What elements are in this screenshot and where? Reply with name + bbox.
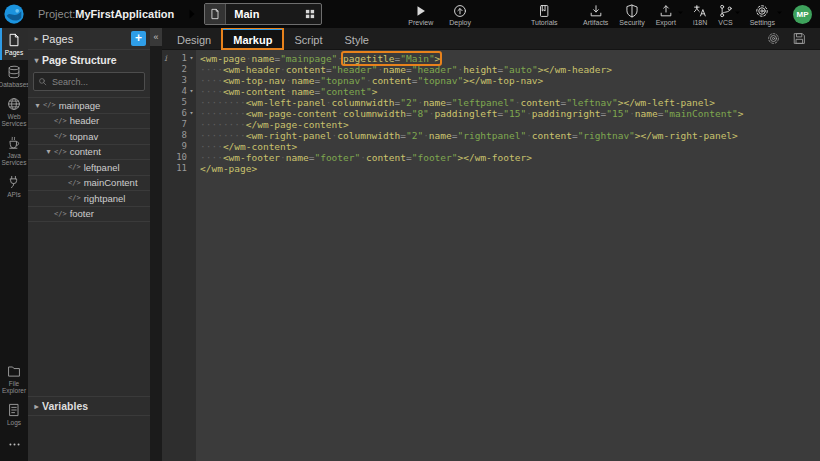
gutter: 10 — [162, 152, 196, 163]
tree-item-topnav[interactable]: </>topnav — [28, 129, 150, 145]
sidebar-item-web-services[interactable]: Web Services — [0, 92, 28, 131]
more-icon[interactable] — [0, 430, 28, 461]
fold-caret-icon[interactable]: ▾ — [187, 108, 196, 119]
tutorials-label: Tutorials — [531, 19, 558, 26]
code-line[interactable]: i1▾<wm-page·name="mainpage"·pagetitle="M… — [162, 53, 820, 64]
code-text: ····<wm-footer·name="footer"·content="fo… — [196, 152, 532, 163]
tree-item-content[interactable]: ▾</>content — [28, 145, 150, 161]
line-number: 8 — [169, 130, 187, 141]
fold-caret-icon[interactable]: ▾ — [187, 53, 196, 64]
code-line[interactable]: 3····<wm-top-nav·name="topnav"·content="… — [162, 75, 820, 86]
collapse-panel-button[interactable]: « — [150, 28, 162, 46]
settings-label: Settings — [750, 19, 775, 26]
caret-down-icon: ▾ — [31, 56, 42, 65]
search-box — [33, 72, 145, 91]
security-label: Security — [619, 19, 644, 26]
sidebar-item-label: Logs — [7, 419, 21, 426]
security-button[interactable]: Security — [619, 2, 644, 26]
i18n-button[interactable]: i18N — [693, 2, 707, 26]
deploy-button[interactable]: Deploy — [449, 2, 471, 26]
tree-item-leftpanel[interactable]: </>leftpanel — [28, 160, 150, 176]
gutter: 6▾ — [162, 108, 196, 119]
code-line[interactable]: 4▾····<wm-content·name="content"> — [162, 86, 820, 97]
chevron-right-icon — [188, 8, 196, 20]
pages-panel: ▸ Pages + ▾ Page Structure ▾</>mainpage<… — [28, 28, 150, 461]
page-structure-section[interactable]: ▾ Page Structure — [28, 50, 150, 70]
gutter: 4▾ — [162, 86, 196, 97]
code-line[interactable]: 6▾········<wm-page-content·columnwidth="… — [162, 108, 820, 119]
code-line[interactable]: 9····</wm-content> — [162, 141, 820, 152]
user-avatar[interactable]: MP — [793, 5, 812, 24]
gutter: i1▾ — [162, 53, 196, 64]
project-name: MyFirstApplication — [75, 8, 174, 20]
i18n-icon — [693, 4, 707, 18]
tab-design[interactable]: Design — [166, 28, 222, 49]
code-line[interactable]: 10····<wm-footer·name="footer"·content="… — [162, 152, 820, 163]
tree-item-rightpanel[interactable]: </>rightpanel — [28, 191, 150, 207]
artifacts-label: Artifacts — [583, 19, 608, 26]
tree-item-label: leftpanel — [84, 162, 120, 173]
sidebar-item-logs[interactable]: Logs — [0, 398, 28, 430]
sidebar-item-file-explorer[interactable]: File Explorer — [0, 359, 28, 398]
export-button[interactable]: Export — [656, 2, 676, 26]
settings-button[interactable]: Settings — [750, 2, 775, 26]
java-icon — [7, 136, 21, 150]
tree-item-mainContent[interactable]: </>mainContent — [28, 176, 150, 192]
gutter: 5 — [162, 97, 196, 108]
code-editor[interactable]: i1▾<wm-page·name="mainpage"·pagetitle="M… — [162, 50, 820, 461]
tab-style[interactable]: Style — [334, 28, 380, 49]
tab-script[interactable]: Script — [283, 28, 333, 49]
line-number: 10 — [169, 152, 187, 163]
wavemaker-logo-icon[interactable] — [0, 0, 28, 28]
tree-item-footer[interactable]: </>footer — [28, 207, 150, 223]
code-line[interactable]: 2····<wm-header·content="header"·name="h… — [162, 64, 820, 75]
code-line[interactable]: 8········<wm-right-panel·columnwidth="2"… — [162, 130, 820, 141]
sidebar-item-pages[interactable]: Pages — [0, 28, 28, 60]
top-bar: Project:MyFirstApplication Main PreviewD… — [0, 0, 820, 28]
logs-icon — [7, 403, 21, 417]
tree-item-label: mainpage — [59, 100, 101, 111]
caret-down-icon[interactable]: ▾ — [43, 147, 54, 156]
i18n-label: i18N — [693, 19, 707, 26]
tree-item-label: footer — [70, 208, 94, 219]
gutter: 9 — [162, 141, 196, 152]
code-text: </wm-page> — [196, 163, 257, 174]
line-number: 9 — [169, 141, 187, 152]
artifacts-button[interactable]: Artifacts — [583, 2, 608, 26]
grid-icon[interactable] — [299, 8, 321, 20]
line-number: 7 — [169, 119, 187, 130]
fold-caret-icon[interactable]: ▾ — [187, 86, 196, 97]
code-text: ····<wm-content·name="content"> — [196, 86, 377, 97]
sidebar-item-apis[interactable]: APIs — [0, 170, 28, 202]
code-line[interactable]: 7········</wm-page-content> — [162, 119, 820, 130]
project-label: Project: — [38, 8, 75, 20]
tree-item-mainpage[interactable]: ▾</>mainpage — [28, 98, 150, 114]
tutorials-button[interactable]: Tutorials — [531, 2, 558, 26]
preview-button[interactable]: Preview — [408, 2, 433, 26]
line-number: 4 — [169, 86, 187, 97]
markup-gear-icon[interactable] — [767, 32, 780, 45]
sidebar-item-label: Java Services — [0, 152, 28, 166]
save-icon[interactable] — [793, 32, 806, 45]
line-number: 3 — [169, 75, 187, 86]
code-text: ····<wm-top-nav·name="topnav"·content="t… — [196, 75, 543, 86]
widget-code-icon: </> — [68, 194, 81, 202]
code-line[interactable]: 5········<wm-left-panel·columnwidth="2"·… — [162, 97, 820, 108]
code-line[interactable]: 11</wm-page> — [162, 163, 820, 174]
tree-item-header[interactable]: </>header — [28, 114, 150, 130]
search-input[interactable] — [50, 76, 140, 88]
search-icon — [38, 77, 47, 86]
sidebar-item-label: Pages — [5, 49, 23, 56]
variables-section[interactable]: ▸ Variables — [28, 396, 150, 416]
page-tab-main[interactable]: Main — [204, 3, 322, 25]
add-page-button[interactable]: + — [131, 31, 146, 46]
sidebar-item-databases[interactable]: Databases — [0, 60, 28, 92]
chevron-down-icon — [776, 10, 783, 16]
gutter: 7 — [162, 119, 196, 130]
sidebar-item-java-services[interactable]: Java Services — [0, 131, 28, 170]
vcs-button[interactable]: VCS — [718, 2, 732, 26]
tree-item-label: header — [70, 115, 100, 126]
caret-down-icon[interactable]: ▾ — [32, 101, 43, 110]
tab-markup[interactable]: Markup — [222, 28, 283, 49]
pages-panel-header[interactable]: ▸ Pages + — [28, 28, 150, 50]
